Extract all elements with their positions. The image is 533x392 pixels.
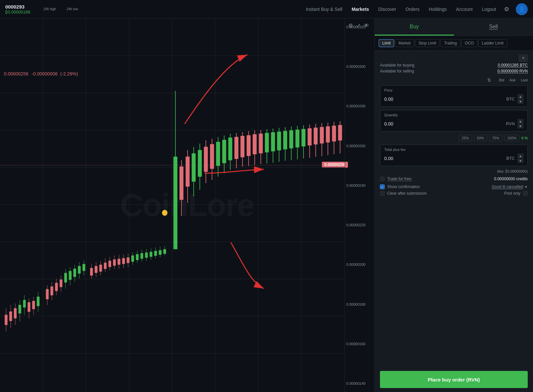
available-balances: Available for buying 0.00001285 BTC Avai… [380,63,528,73]
svg-rect-119 [277,132,281,150]
available-buying-label: Available for buying [380,63,415,68]
quantity-up[interactable]: ▲ [517,119,523,124]
quantity-spinners: ▲ ▼ [517,119,523,128]
fee-line: (fee: ₿0.00000000) [380,169,528,173]
pct-current: 0 % [521,136,528,140]
tab-buy[interactable]: Buy [375,18,454,36]
svg-rect-27 [28,302,30,312]
total-input[interactable] [384,156,506,161]
svg-rect-87 [180,167,183,200]
quantity-down[interactable]: ▼ [517,124,523,128]
svg-rect-111 [253,134,257,154]
nav-orders[interactable]: Orders [405,7,420,12]
svg-rect-91 [192,154,196,182]
svg-rect-67 [127,258,129,263]
gtc-label: Good til cancelled [492,184,523,189]
svg-rect-25 [23,300,25,307]
post-only-label: Post only [504,191,520,196]
svg-rect-33 [46,289,48,299]
svg-rect-89 [186,157,189,186]
expand-icon[interactable]: ⤢ [356,22,361,29]
tab-sell[interactable]: Sell [454,18,533,36]
svg-rect-137 [332,126,336,141]
trade-free-label: Trade for free: [387,177,412,181]
svg-rect-123 [290,130,293,148]
svg-rect-61 [113,260,115,266]
total-currency: BTC [506,156,515,161]
order-type-stop-limit[interactable]: Stop Limit [415,39,440,47]
avatar[interactable]: 👤 [516,3,528,15]
svg-rect-75 [145,253,147,258]
svg-rect-127 [302,129,305,146]
show-confirmation-row: ✓ Show confirmation Good til cancelled ▼ [380,184,528,189]
svg-rect-101 [222,140,226,163]
svg-rect-57 [104,263,106,269]
order-form: ✕ Available for buying 0.00001285 BTC Av… [375,51,533,392]
stat-low: 24h low [67,7,78,11]
svg-rect-79 [154,251,157,256]
order-type-trailing[interactable]: Trailing [440,39,460,47]
market-stats: 24h high 24h low [44,7,306,11]
price-input-group: Price BTC ▲ ▼ [380,85,528,107]
total-input-group: Total plus fee BTC ▲ ▼ [380,145,528,166]
svg-rect-103 [229,138,232,160]
y-axis: 0.00000320 0.00000300 0.00000280 0.00000… [345,18,374,392]
pct-50[interactable]: 50% [474,135,487,141]
order-type-ladder[interactable]: Ladder Limit [478,39,507,47]
post-only-checkbox[interactable] [523,191,528,196]
nav-instant-buy[interactable]: Instant Buy & Sell [306,7,342,12]
gtc-dropdown[interactable]: Good til cancelled ▼ [492,184,528,189]
y-label-4: 0.00000240 [346,183,373,187]
svg-rect-139 [338,125,342,140]
pct-75[interactable]: 75% [489,135,502,141]
order-type-oco[interactable]: OCO [461,39,477,47]
place-buy-order-button[interactable]: Place buy order (RVN) [380,371,528,388]
trade-free-checkbox[interactable] [380,177,385,181]
available-selling-row: Available for selling 0.00000000 RVN [380,69,528,73]
svg-rect-53 [95,266,97,273]
y-label-5: 0.00000220 [346,223,373,227]
nav-logout[interactable]: Logout [482,7,496,12]
nav-account[interactable]: Account [456,7,473,12]
svg-rect-121 [283,131,287,149]
bid-label: Bid [499,78,504,82]
price-up[interactable]: ▲ [517,94,523,99]
quantity-currency: RVN [506,121,515,126]
y-label-8: 0.00000160 [346,342,373,346]
clear-submission-checkbox[interactable] [380,191,385,196]
brand-info: 0000293 ₿0.00000188 [5,4,30,14]
stat-high: 24h high [44,7,56,11]
pct-25[interactable]: 25% [459,135,472,141]
filter-icon[interactable]: ⇅ [487,77,491,83]
chevron-down-icon: ▼ [524,185,528,189]
total-label: Total plus fee [380,145,527,152]
svg-rect-115 [265,133,269,152]
show-confirmation-left: ✓ Show confirmation [380,184,420,189]
nav-icons: ⚙ 👤 [501,3,528,15]
nav-discover[interactable]: Discover [378,7,396,12]
order-type-limit[interactable]: Limit [379,39,394,47]
quantity-input[interactable] [384,121,506,126]
order-type-market[interactable]: Market [395,39,414,47]
svg-rect-117 [271,132,275,151]
price-input[interactable] [384,97,506,102]
svg-rect-65 [122,258,125,264]
price-down[interactable]: ▼ [517,99,523,104]
clear-icon[interactable]: ✕ [519,55,528,62]
svg-rect-113 [259,134,263,153]
settings-icon[interactable]: ⚙ [501,4,512,14]
total-up[interactable]: ▲ [517,154,523,158]
total-down[interactable]: ▼ [517,158,523,163]
price-label: Price [380,86,527,93]
eye-icon[interactable]: 👁 [364,22,369,29]
pct-100[interactable]: 100% [504,135,519,141]
quantity-input-group: Quantity RVN ▲ ▼ [380,110,528,131]
svg-rect-47 [78,266,80,273]
topnav: 0000293 ₿0.00000188 24h high 24h low Ins… [0,0,533,18]
svg-rect-21 [14,308,16,318]
nav-holdings[interactable]: Holdings [429,7,447,12]
show-confirmation-checkbox[interactable]: ✓ [380,184,385,189]
chart-settings-icon[interactable]: ⚙ [348,22,353,29]
y-label-2: 0.00000280 [346,104,373,108]
nav-markets[interactable]: Markets [352,7,369,12]
